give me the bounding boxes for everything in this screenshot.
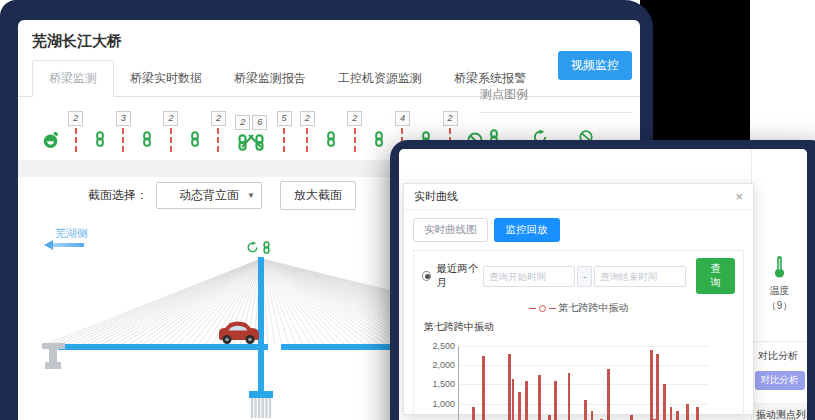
end-time-input[interactable] xyxy=(594,266,686,287)
dashed-line-icon xyxy=(170,128,172,152)
sensor-count-badge: 2 xyxy=(163,111,178,126)
temperature-label: 温度 xyxy=(752,284,807,298)
section-select-bar: 截面选择： 动态背立面 ▼ 放大截面 xyxy=(88,181,356,210)
legend-marker-line xyxy=(529,308,536,309)
realtime-curve-modal: 实时曲线 × 实时曲线图 监控回放 最近两个月 - 查询 xyxy=(403,183,754,415)
legend-panel-title: 测点图例 xyxy=(480,86,632,113)
temperature-block[interactable]: 温度 （9） xyxy=(752,255,807,313)
chart-bars xyxy=(459,346,709,420)
chain-link-icon[interactable] xyxy=(371,131,387,147)
page-title: 芜湖长江大桥 xyxy=(32,32,640,51)
left-arrow-icon xyxy=(52,243,84,247)
tab-realtime-curve[interactable]: 实时曲线图 xyxy=(413,218,488,242)
radio-label: 最近两个月 xyxy=(436,262,483,290)
sensor-dashed-marker[interactable]: 5 xyxy=(277,111,292,152)
refresh-icon[interactable] xyxy=(246,241,259,254)
chain-frame-icon xyxy=(234,130,268,152)
chart-title: 第七跨跨中振动 xyxy=(424,320,735,334)
sensor-cluster[interactable]: 2 6 xyxy=(234,115,268,152)
sensor-detail-page: 温度 （9） 对比分析 对比分析 振动测点列表 实时曲线 × 实时曲线图 监控回… xyxy=(399,149,807,420)
vibration-chart: 2,500 2,000 1,500 1,000 500 0 2018-09-30… xyxy=(458,346,709,420)
y-tick: 2,000 xyxy=(423,360,455,370)
tab-realtime-data[interactable]: 桥梁实时数据 xyxy=(114,61,218,96)
tower-top-sensors xyxy=(246,241,273,254)
dashed-line-icon xyxy=(283,128,285,152)
sensor-count-badge: 2 xyxy=(347,111,362,126)
sensor-count-badge: 2 xyxy=(300,111,315,126)
dashed-line-icon xyxy=(75,128,77,152)
sensor-dashed-marker[interactable]: 2 xyxy=(300,111,315,152)
bridge-side-label: 芜湖侧 xyxy=(55,226,88,241)
y-tick: 1,500 xyxy=(423,379,455,389)
sensor-dashed-marker[interactable]: 2 xyxy=(347,111,362,152)
chart-legend[interactable]: 第七跨跨中振动 xyxy=(422,301,735,315)
abutment-pier xyxy=(42,343,65,369)
chain-link-icon[interactable] xyxy=(260,241,273,254)
y-tick: 2,500 xyxy=(423,341,455,351)
sensor-count-badge: 4 xyxy=(395,111,410,126)
detail-right-sidebar: 温度 （9） 对比分析 对比分析 振动测点列表 xyxy=(751,149,807,420)
sensor-dashed-marker[interactable]: 2 xyxy=(163,111,178,152)
sensor-dashed-marker[interactable]: 2 xyxy=(211,111,226,152)
sensor-dashed-marker[interactable]: 3 xyxy=(116,111,131,152)
playback-panel: 最近两个月 - 查询 第七跨跨中振动 第七跨跨中振动 xyxy=(413,250,744,420)
modal-body: 实时曲线图 监控回放 最近两个月 - 查询 xyxy=(404,210,753,420)
range-separator: - xyxy=(577,266,592,287)
legend-marker-line xyxy=(549,308,556,309)
compare-analysis-button[interactable]: 对比分析 xyxy=(755,371,805,390)
gauge-icon[interactable] xyxy=(42,131,60,149)
modal-title: 实时曲线 xyxy=(414,189,458,204)
tab-ipc-resource[interactable]: 工控机资源监测 xyxy=(322,61,438,96)
background-gap xyxy=(640,0,750,145)
thermometer-icon xyxy=(773,255,786,279)
sensor-dashed-marker[interactable]: 2 xyxy=(68,111,83,152)
chevron-down-icon: ▼ xyxy=(247,191,255,200)
dashed-line-icon xyxy=(306,128,308,152)
dashed-line-icon xyxy=(217,128,219,152)
temperature-count: （9） xyxy=(752,299,807,313)
sensor-count-badge: 5 xyxy=(277,111,292,126)
chain-link-icon[interactable] xyxy=(187,131,203,147)
zoom-section-button[interactable]: 放大截面 xyxy=(280,181,356,210)
compare-analysis-header: 对比分析 xyxy=(752,342,807,363)
section-select-label: 截面选择： xyxy=(88,187,148,204)
legend-marker-ring xyxy=(539,305,546,312)
sensor-count-badge: 2 xyxy=(211,111,226,126)
chain-link-icon[interactable] xyxy=(92,131,108,147)
modal-tab-bar: 实时曲线图 监控回放 xyxy=(413,218,744,242)
vibration-point-list-header: 振动测点列表 xyxy=(752,403,807,420)
dashed-line-icon xyxy=(354,128,356,152)
start-time-input[interactable] xyxy=(483,266,575,287)
modal-header: 实时曲线 × xyxy=(404,184,753,210)
sensor-count-badge: 3 xyxy=(116,111,131,126)
sensor-count-badge: 2 xyxy=(235,115,250,130)
dashed-line-icon xyxy=(122,128,124,152)
chain-link-icon[interactable] xyxy=(323,131,339,147)
tab-bridge-monitor[interactable]: 桥梁监测 xyxy=(32,60,114,97)
y-tick: 1,000 xyxy=(423,399,455,409)
selected-section-value: 动态背立面 xyxy=(179,187,239,204)
car-illustration xyxy=(219,322,259,345)
sensor-count-badge: 2 xyxy=(443,111,458,126)
video-monitor-button[interactable]: 视频监控 xyxy=(558,51,632,80)
detail-window-frame: 温度 （9） 对比分析 对比分析 振动测点列表 实时曲线 × 实时曲线图 监控回… xyxy=(390,140,815,420)
sensor-count-badge: 2 xyxy=(68,111,83,126)
section-select-dropdown[interactable]: 动态背立面 ▼ xyxy=(156,182,262,209)
legend-series-name: 第七跨跨中振动 xyxy=(559,301,629,315)
sensor-count-badge: 6 xyxy=(252,115,267,130)
query-controls: 最近两个月 - 查询 xyxy=(422,258,735,294)
tab-monitor-playback[interactable]: 监控回放 xyxy=(494,218,560,242)
tab-monitor-report[interactable]: 桥梁监测报告 xyxy=(218,61,322,96)
radio-selected-icon[interactable] xyxy=(422,271,431,281)
chain-link-icon[interactable] xyxy=(139,131,155,147)
query-button[interactable]: 查询 xyxy=(696,258,735,294)
close-icon[interactable]: × xyxy=(735,189,743,204)
